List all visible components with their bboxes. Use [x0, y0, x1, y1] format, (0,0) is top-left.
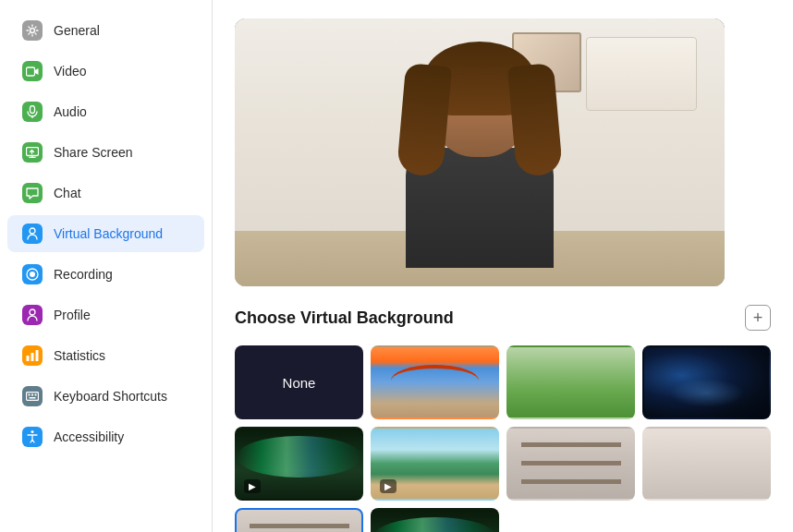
- bg-space-thumb[interactable]: [642, 345, 771, 419]
- sidebar-item-profile[interactable]: Profile: [7, 296, 204, 333]
- bg-beach-thumb[interactable]: ▶: [371, 427, 499, 501]
- accessibility-icon: [22, 427, 43, 447]
- recording-icon: [22, 264, 43, 284]
- main-content: Choose Virtual Background + None ▶ ▶: [213, 0, 793, 532]
- svg-point-9: [30, 272, 35, 277]
- svg-point-10: [30, 309, 35, 315]
- bg-none-thumb[interactable]: None: [235, 345, 363, 419]
- svg-rect-16: [31, 394, 33, 396]
- svg-rect-11: [27, 356, 30, 361]
- share-screen-icon: [22, 142, 43, 163]
- sidebar-item-accessibility[interactable]: Accessibility: [7, 418, 204, 455]
- statistics-label: Statistics: [54, 348, 105, 363]
- svg-rect-12: [31, 353, 34, 361]
- svg-rect-17: [35, 394, 37, 396]
- sidebar: GeneralVideoAudioShare ScreenChatVirtual…: [0, 0, 213, 532]
- section-title: Choose Virtual Background: [235, 308, 454, 328]
- chat-icon: [22, 183, 43, 203]
- bg-green-thumb[interactable]: [506, 345, 635, 419]
- statistics-icon: [22, 345, 43, 366]
- svg-rect-2: [30, 106, 35, 114]
- virtual-background-icon: [22, 224, 43, 244]
- bg-golden-gate-thumb[interactable]: [371, 345, 499, 419]
- accessibility-label: Accessibility: [54, 429, 124, 444]
- video-icon: [22, 61, 43, 81]
- profile-icon: [22, 305, 43, 325]
- sidebar-item-share-screen[interactable]: Share Screen: [7, 134, 204, 171]
- recording-label: Recording: [54, 267, 113, 282]
- sidebar-item-keyboard-shortcuts[interactable]: Keyboard Shortcuts: [7, 378, 204, 415]
- svg-rect-15: [29, 394, 30, 396]
- chat-label: Chat: [54, 186, 81, 200]
- video-preview: [235, 18, 725, 286]
- bg-custom1-thumb[interactable]: [235, 508, 363, 532]
- svg-rect-14: [27, 393, 39, 401]
- none-label: None: [283, 375, 316, 391]
- keyboard-shortcuts-icon: [22, 386, 43, 406]
- video-overlay-icon-2: ▶: [380, 479, 396, 493]
- bg-closet-thumb[interactable]: [642, 427, 771, 501]
- profile-label: Profile: [54, 308, 91, 322]
- add-background-button[interactable]: +: [745, 305, 771, 331]
- sidebar-item-statistics[interactable]: Statistics: [7, 337, 204, 374]
- svg-point-7: [30, 228, 35, 234]
- sidebar-item-general[interactable]: General: [7, 12, 204, 49]
- video-overlay-icon: ▶: [244, 479, 261, 493]
- share-screen-label: Share Screen: [54, 145, 133, 160]
- section-header: Choose Virtual Background +: [235, 305, 771, 331]
- audio-label: Audio: [54, 104, 87, 119]
- audio-icon: [22, 102, 43, 122]
- bg-custom2-thumb[interactable]: [371, 508, 499, 532]
- general-icon: [22, 20, 43, 41]
- sidebar-item-virtual-background[interactable]: Virtual Background: [7, 215, 204, 252]
- svg-point-19: [31, 430, 34, 433]
- bg-aurora-thumb[interactable]: ▶: [235, 427, 363, 501]
- background-grid: None ▶ ▶: [235, 345, 771, 532]
- sidebar-item-chat[interactable]: Chat: [7, 175, 204, 212]
- sidebar-item-video[interactable]: Video: [7, 53, 204, 90]
- svg-point-0: [30, 29, 35, 33]
- virtual-background-label: Virtual Background: [54, 226, 163, 241]
- svg-rect-18: [30, 397, 36, 399]
- video-label: Video: [54, 64, 87, 79]
- bg-bookshelf-thumb[interactable]: [506, 427, 635, 501]
- svg-rect-13: [36, 350, 39, 361]
- sidebar-item-recording[interactable]: Recording: [7, 256, 204, 293]
- keyboard-shortcuts-label: Keyboard Shortcuts: [54, 389, 167, 404]
- sidebar-item-audio[interactable]: Audio: [7, 93, 204, 130]
- svg-rect-1: [27, 67, 35, 76]
- general-label: General: [54, 23, 100, 38]
